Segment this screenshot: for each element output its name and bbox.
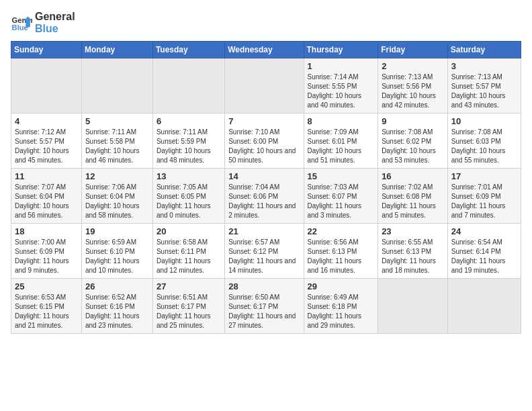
day-number: 8: [308, 116, 375, 126]
day-info: Sunrise: 6:53 AMSunset: 6:15 PMDaylight:…: [15, 293, 69, 329]
day-number: 5: [85, 116, 149, 126]
day-number: 18: [15, 226, 78, 236]
calendar-week-row: 4 Sunrise: 7:12 AMSunset: 5:57 PMDayligh…: [11, 113, 521, 169]
day-info: Sunrise: 6:54 AMSunset: 6:14 PMDaylight:…: [451, 238, 506, 274]
day-number: 4: [15, 116, 78, 126]
calendar-cell: 23 Sunrise: 6:55 AMSunset: 6:13 PMDaylig…: [378, 224, 448, 279]
day-info: Sunrise: 7:00 AMSunset: 6:09 PMDaylight:…: [15, 238, 69, 274]
day-number: 27: [157, 281, 221, 291]
calendar-cell: 14 Sunrise: 7:04 AMSunset: 6:06 PMDaylig…: [225, 169, 304, 224]
day-info: Sunrise: 7:12 AMSunset: 5:57 PMDaylight:…: [15, 128, 69, 164]
calendar-cell: 7 Sunrise: 7:10 AMSunset: 6:00 PMDayligh…: [225, 113, 304, 169]
weekday-header-friday: Friday: [378, 42, 448, 58]
calendar-cell: [225, 58, 304, 113]
calendar-cell: [152, 58, 224, 113]
day-info: Sunrise: 6:51 AMSunset: 6:17 PMDaylight:…: [157, 293, 211, 329]
calendar-cell: 25 Sunrise: 6:53 AMSunset: 6:15 PMDaylig…: [11, 279, 82, 334]
day-info: Sunrise: 7:11 AMSunset: 5:59 PMDaylight:…: [157, 128, 211, 164]
day-number: 6: [157, 116, 221, 126]
day-number: 24: [451, 226, 517, 236]
calendar-cell: 11 Sunrise: 7:07 AMSunset: 6:04 PMDaylig…: [11, 169, 82, 224]
calendar-cell: 18 Sunrise: 7:00 AMSunset: 6:09 PMDaylig…: [11, 224, 82, 279]
calendar-cell: 2 Sunrise: 7:13 AMSunset: 5:56 PMDayligh…: [378, 58, 448, 113]
day-info: Sunrise: 7:03 AMSunset: 6:07 PMDaylight:…: [308, 183, 362, 219]
calendar-cell: 24 Sunrise: 6:54 AMSunset: 6:14 PMDaylig…: [447, 224, 521, 279]
calendar-week-row: 1 Sunrise: 7:14 AMSunset: 5:55 PMDayligh…: [11, 58, 521, 113]
calendar-cell: 3 Sunrise: 7:13 AMSunset: 5:57 PMDayligh…: [447, 58, 521, 113]
day-number: 11: [15, 171, 78, 181]
day-number: 17: [451, 171, 517, 181]
day-info: Sunrise: 7:05 AMSunset: 6:05 PMDaylight:…: [157, 183, 211, 219]
weekday-header-thursday: Thursday: [304, 42, 378, 58]
calendar-cell: 12 Sunrise: 7:06 AMSunset: 6:04 PMDaylig…: [81, 169, 152, 224]
day-info: Sunrise: 6:57 AMSunset: 6:12 PMDaylight:…: [228, 238, 296, 274]
logo-blue: Blue: [35, 23, 75, 35]
day-number: 20: [157, 226, 221, 236]
calendar-cell: 10 Sunrise: 7:08 AMSunset: 6:03 PMDaylig…: [447, 113, 521, 169]
day-number: 25: [15, 281, 78, 291]
day-number: 29: [308, 281, 375, 291]
day-number: 19: [85, 226, 149, 236]
day-info: Sunrise: 7:08 AMSunset: 6:03 PMDaylight:…: [451, 128, 506, 164]
day-info: Sunrise: 6:52 AMSunset: 6:16 PMDaylight:…: [85, 293, 140, 329]
day-number: 15: [308, 171, 375, 181]
calendar-cell: 19 Sunrise: 6:59 AMSunset: 6:10 PMDaylig…: [81, 224, 152, 279]
day-info: Sunrise: 7:11 AMSunset: 5:58 PMDaylight:…: [85, 128, 140, 164]
calendar-cell: 21 Sunrise: 6:57 AMSunset: 6:12 PMDaylig…: [225, 224, 304, 279]
day-number: 13: [157, 171, 221, 181]
day-info: Sunrise: 6:49 AMSunset: 6:18 PMDaylight:…: [308, 293, 362, 329]
day-number: 16: [382, 171, 444, 181]
day-number: 14: [228, 171, 300, 181]
day-info: Sunrise: 6:58 AMSunset: 6:11 PMDaylight:…: [157, 238, 211, 274]
calendar-cell: 22 Sunrise: 6:56 AMSunset: 6:13 PMDaylig…: [304, 224, 378, 279]
calendar-cell: 28 Sunrise: 6:50 AMSunset: 6:17 PMDaylig…: [225, 279, 304, 334]
day-number: 2: [382, 61, 444, 71]
day-info: Sunrise: 6:56 AMSunset: 6:13 PMDaylight:…: [308, 238, 362, 274]
calendar-cell: 26 Sunrise: 6:52 AMSunset: 6:16 PMDaylig…: [81, 279, 152, 334]
calendar-cell: 29 Sunrise: 6:49 AMSunset: 6:18 PMDaylig…: [304, 279, 378, 334]
calendar-cell: [11, 58, 82, 113]
calendar-cell: 15 Sunrise: 7:03 AMSunset: 6:07 PMDaylig…: [304, 169, 378, 224]
header: General Blue General Blue: [11, 11, 521, 34]
day-number: 26: [85, 281, 149, 291]
day-info: Sunrise: 7:13 AMSunset: 5:56 PMDaylight:…: [382, 73, 436, 109]
calendar-week-row: 18 Sunrise: 7:00 AMSunset: 6:09 PMDaylig…: [11, 224, 521, 279]
day-info: Sunrise: 6:55 AMSunset: 6:13 PMDaylight:…: [382, 238, 436, 274]
weekday-header-monday: Monday: [81, 42, 152, 58]
calendar-cell: [81, 58, 152, 113]
day-number: 3: [451, 61, 517, 71]
day-info: Sunrise: 7:13 AMSunset: 5:57 PMDaylight:…: [451, 73, 506, 109]
calendar-cell: 16 Sunrise: 7:02 AMSunset: 6:08 PMDaylig…: [378, 169, 448, 224]
weekday-header-saturday: Saturday: [447, 42, 521, 58]
day-number: 23: [382, 226, 444, 236]
day-info: Sunrise: 7:09 AMSunset: 6:01 PMDaylight:…: [308, 128, 362, 164]
weekday-header-sunday: Sunday: [11, 42, 82, 58]
day-info: Sunrise: 7:14 AMSunset: 5:55 PMDaylight:…: [308, 73, 362, 109]
calendar-cell: 13 Sunrise: 7:05 AMSunset: 6:05 PMDaylig…: [152, 169, 224, 224]
calendar-cell: 4 Sunrise: 7:12 AMSunset: 5:57 PMDayligh…: [11, 113, 82, 169]
day-info: Sunrise: 7:10 AMSunset: 6:00 PMDaylight:…: [228, 128, 296, 164]
logo-icon: General Blue: [11, 12, 32, 34]
logo: General Blue General Blue: [11, 11, 75, 34]
calendar-week-row: 25 Sunrise: 6:53 AMSunset: 6:15 PMDaylig…: [11, 279, 521, 334]
calendar-cell: 8 Sunrise: 7:09 AMSunset: 6:01 PMDayligh…: [304, 113, 378, 169]
day-number: 21: [228, 226, 300, 236]
calendar-cell: [447, 279, 521, 334]
calendar-cell: 27 Sunrise: 6:51 AMSunset: 6:17 PMDaylig…: [152, 279, 224, 334]
weekday-header-tuesday: Tuesday: [152, 42, 224, 58]
logo-general: General: [35, 11, 75, 23]
calendar-cell: 9 Sunrise: 7:08 AMSunset: 6:02 PMDayligh…: [378, 113, 448, 169]
day-info: Sunrise: 6:59 AMSunset: 6:10 PMDaylight:…: [85, 238, 140, 274]
calendar-cell: 20 Sunrise: 6:58 AMSunset: 6:11 PMDaylig…: [152, 224, 224, 279]
weekday-header-wednesday: Wednesday: [225, 42, 304, 58]
day-number: 10: [451, 116, 517, 126]
day-info: Sunrise: 7:01 AMSunset: 6:09 PMDaylight:…: [451, 183, 506, 219]
day-info: Sunrise: 6:50 AMSunset: 6:17 PMDaylight:…: [228, 293, 296, 329]
day-info: Sunrise: 7:08 AMSunset: 6:02 PMDaylight:…: [382, 128, 436, 164]
day-number: 28: [228, 281, 300, 291]
day-number: 9: [382, 116, 444, 126]
day-info: Sunrise: 7:06 AMSunset: 6:04 PMDaylight:…: [85, 183, 140, 219]
day-number: 12: [85, 171, 149, 181]
day-number: 22: [308, 226, 375, 236]
calendar-week-row: 11 Sunrise: 7:07 AMSunset: 6:04 PMDaylig…: [11, 169, 521, 224]
